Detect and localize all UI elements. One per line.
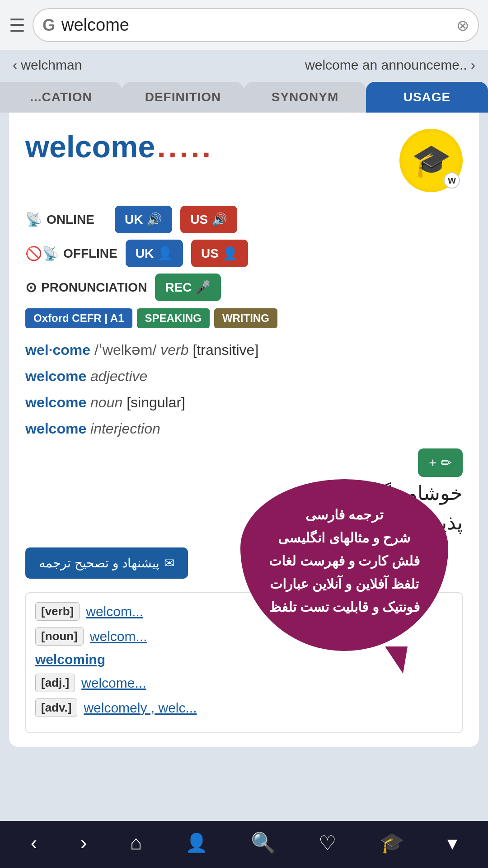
nav-forward-button[interactable]: ›	[80, 831, 87, 854]
top-bar: ☰ G ⊗	[0, 0, 488, 50]
tabs-bar: ...CATION DEFINITION SYNONYM USAGE	[0, 80, 488, 113]
popup-bubble: ترجمه فارسی شرح و مثالهای انگلیسی فلش کا…	[240, 479, 448, 651]
noun-link[interactable]: welcom...	[90, 629, 147, 644]
tag-adj: [adj.]	[35, 674, 75, 692]
speak-icon: 👤	[185, 832, 208, 854]
nav-next-label[interactable]: welcome an announceme..	[305, 57, 467, 72]
offline-pron-row: 🚫📡 OFFLINE UK 👤 US 👤	[25, 240, 463, 267]
tag-adv: [adv.]	[35, 698, 77, 717]
nav-next[interactable]: welcome an announceme.. ›	[305, 57, 475, 73]
popup-line-1: ترجمه فارسی	[269, 503, 420, 526]
badge-writing: WRITING	[214, 308, 277, 328]
word-form-interj: welcome interjection	[25, 418, 463, 439]
word-dots: .....	[157, 129, 213, 164]
offline-icon: 🚫📡	[25, 245, 59, 261]
online-text: ONLINE	[47, 212, 94, 227]
suggest-button[interactable]: ✉ پیشنهاد و تصحیح ترجمه	[25, 547, 188, 579]
list-item-adj: [adj.] welcome...	[35, 674, 453, 692]
nav-back-button[interactable]: ‹	[31, 831, 38, 854]
uk-online-button[interactable]: UK 🔊	[115, 206, 172, 233]
chevron-right-icon: ›	[471, 57, 475, 72]
nav-heart-button[interactable]: ♡	[319, 831, 336, 854]
rec-text: PRONUNCIATION	[41, 280, 147, 295]
nav-prev-next: ‹ welchman welcome an announceme.. ›	[0, 50, 488, 80]
pronunciation-section: 📡 ONLINE UK 🔊 US 🔊 🚫📡 OFFLINE UK 👤 US 👤 …	[25, 206, 463, 301]
online-pron-row: 📡 ONLINE UK 🔊 US 🔊	[25, 206, 463, 233]
nav-search-button[interactable]: 🔍	[251, 831, 276, 854]
add-edit-button[interactable]: + ✏	[418, 448, 463, 477]
offline-text: OFFLINE	[63, 246, 117, 261]
popup-line-5: فونتیک و قابلیت تست تلفظ	[269, 595, 420, 618]
popup-text: ترجمه فارسی شرح و مثالهای انگلیسی فلش کا…	[269, 503, 420, 618]
word-header: welcome ..... 🎓 w	[25, 129, 463, 192]
tab-usage[interactable]: USAGE	[366, 82, 488, 113]
learn-badge[interactable]: 🎓 w	[399, 129, 463, 192]
rec-button[interactable]: REC 🎤	[155, 274, 221, 301]
nav-learn-button[interactable]: 🎓	[380, 831, 404, 854]
list-item-adv: [adv.] welcomely , welc...	[35, 698, 453, 717]
word-form-verb: wel·come /ˈwelkəm/ verb [transitive]	[25, 339, 463, 361]
badge-speaking: SPEAKING	[137, 308, 210, 328]
badge-w-label: w	[444, 172, 460, 189]
search-input[interactable]	[61, 15, 450, 35]
word-title-block: welcome .....	[25, 129, 213, 164]
rec-pron-row: ⊙ PRONUNCIATION REC 🎤	[25, 274, 463, 301]
uk-offline-button[interactable]: UK 👤	[126, 240, 183, 267]
rec-label: ⊙ PRONUNCIATION	[25, 279, 147, 295]
tab-pronunciation[interactable]: ...CATION	[0, 82, 122, 113]
google-logo: G	[42, 16, 55, 35]
popup-line-2: شرح و مثالهای انگلیسی	[269, 526, 420, 549]
level-badges: Oxford CEFR | A1 SPEAKING WRITING	[25, 308, 463, 328]
graduation-icon: 🎓	[412, 142, 451, 179]
hamburger-icon[interactable]: ☰	[9, 16, 25, 34]
nav-prev[interactable]: ‹ welchman	[13, 57, 82, 73]
word-list: [verb] welcom... [noun] welcom... welcom…	[25, 592, 463, 733]
nav-home-button[interactable]: ⌂	[130, 831, 142, 854]
tag-verb: [verb]	[35, 602, 80, 621]
online-label: 📡 ONLINE	[25, 212, 107, 227]
word-forms: wel·come /ˈwelkəm/ verb [transitive] wel…	[25, 339, 463, 439]
nav-speak-button[interactable]: 👤	[185, 832, 208, 854]
tag-noun: [noun]	[35, 627, 84, 646]
us-online-button[interactable]: US 🔊	[180, 206, 237, 233]
adv-link[interactable]: welcomely , welc...	[84, 700, 197, 716]
welcoming-link[interactable]: welcoming	[35, 652, 105, 667]
suggest-label: پیشنهاد و تصحیح ترجمه	[39, 556, 160, 571]
badge-oxford: Oxford CEFR | A1	[25, 308, 132, 328]
search-box: G ⊗	[33, 8, 479, 42]
word-form-adj: welcome adjective	[25, 365, 463, 387]
word-form-noun: welcome noun [singular]	[25, 392, 463, 413]
tab-definition[interactable]: DEFINITION	[122, 82, 244, 113]
popup-line-4: تلفظ آفلاین و آنلاین عبارات	[269, 572, 420, 595]
offline-label: 🚫📡 OFFLINE	[25, 245, 117, 261]
adj-link[interactable]: welcome...	[81, 675, 146, 691]
nav-prev-label[interactable]: welchman	[21, 57, 82, 72]
tab-synonym[interactable]: SYNONYM	[244, 82, 366, 113]
email-icon: ✉	[164, 556, 174, 571]
main-card: welcome ..... 🎓 w 📡 ONLINE UK 🔊 US 🔊 🚫📡 …	[9, 113, 479, 747]
rec-icon: ⊙	[25, 279, 37, 295]
nav-more-button[interactable]: ▾	[447, 831, 457, 854]
plus-edit-icon: + ✏	[429, 455, 452, 471]
us-offline-button[interactable]: US 👤	[191, 240, 248, 267]
online-icon: 📡	[25, 212, 42, 227]
word-title: welcome	[25, 129, 155, 164]
popup-line-3: فلش کارت و فهرست لغات	[269, 549, 420, 572]
verb-link[interactable]: welcom...	[86, 604, 143, 619]
bottom-nav: ‹ › ⌂ 👤 🔍 ♡ 🎓 ▾	[0, 821, 488, 868]
chevron-left-icon: ‹	[13, 57, 17, 72]
clear-icon[interactable]: ⊗	[456, 16, 469, 34]
